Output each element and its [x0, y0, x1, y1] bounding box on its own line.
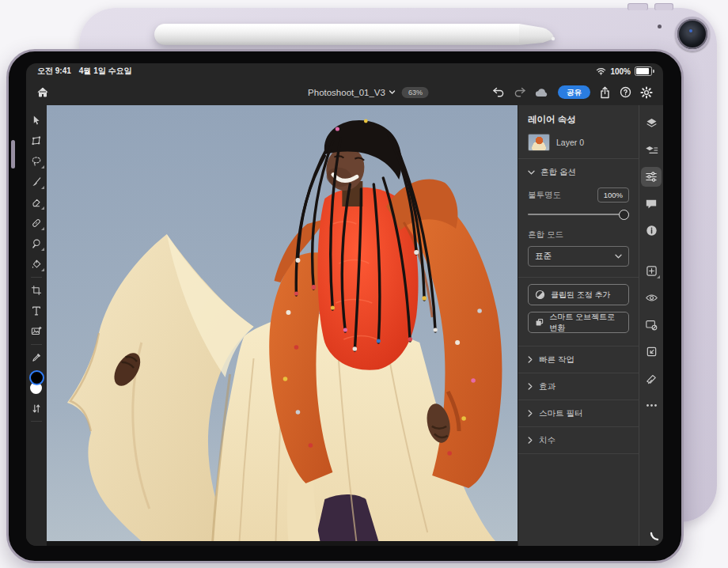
battery-icon — [635, 66, 652, 76]
place-embedded-button[interactable] — [641, 342, 662, 362]
undo-button[interactable] — [492, 87, 505, 98]
share-button[interactable]: 공유 — [558, 85, 590, 99]
section-quick-actions[interactable]: 빠른 작업 — [528, 346, 629, 373]
wifi-icon — [596, 67, 606, 75]
add-clipped-adjustment-button[interactable]: 클립된 조정 추가 — [528, 284, 629, 305]
chevron-right-icon — [528, 437, 533, 444]
section-effects[interactable]: 효과 — [528, 373, 629, 399]
blend-mode-label: 혼합 모드 — [528, 229, 629, 240]
opacity-label: 불투명도 — [528, 190, 561, 201]
tool-bar — [26, 105, 47, 546]
task-bar — [639, 105, 663, 546]
photo-layer — [47, 105, 518, 541]
help-button[interactable] — [620, 86, 631, 98]
healing-brush-tool[interactable] — [27, 213, 46, 233]
slider-knob[interactable] — [619, 210, 629, 220]
chevron-down-icon — [615, 254, 622, 259]
layer-thumbnail — [528, 134, 550, 151]
chevron-right-icon — [528, 410, 533, 417]
export-button[interactable] — [599, 86, 611, 99]
canvas-pasteboard — [47, 541, 518, 546]
cloud-sync-icon[interactable] — [535, 88, 549, 97]
layer-row[interactable]: Layer 0 — [528, 134, 629, 151]
move-tool[interactable] — [27, 110, 46, 131]
layer-properties-button[interactable] — [641, 167, 662, 187]
more-options-button[interactable] — [641, 396, 662, 415]
layer-visibility-button[interactable] — [641, 288, 662, 308]
blend-options-header[interactable]: 혼합 옵션 — [528, 159, 629, 186]
eraser-tool[interactable] — [27, 192, 46, 213]
canvas[interactable] — [47, 105, 518, 546]
layer-detail-view-button[interactable] — [641, 140, 662, 160]
side-button — [11, 140, 15, 169]
clipped-adjustment-icon — [535, 290, 545, 300]
volume-button — [628, 3, 648, 10]
type-tool[interactable] — [27, 301, 46, 321]
scroll-indicator — [650, 532, 659, 541]
section-smart-filters[interactable]: 스마트 필터 — [528, 400, 629, 426]
clip-layer-button[interactable] — [641, 369, 662, 388]
fill-tool[interactable] — [27, 254, 46, 275]
chevron-down-icon — [528, 170, 535, 175]
chevron-right-icon — [528, 356, 533, 363]
opacity-value[interactable]: 100% — [597, 187, 629, 203]
clock: 오전 9:41 — [37, 66, 71, 75]
add-layer-button[interactable] — [641, 261, 662, 281]
foreground-color-swatch[interactable] — [29, 370, 44, 385]
layer-name: Layer 0 — [556, 138, 584, 147]
layers-view-button[interactable] — [641, 113, 662, 133]
panel-title: 레이어 속성 — [528, 114, 629, 126]
date: 4월 1일 수요일 — [79, 66, 132, 75]
app-header: Photoshoot_01_V3 63% 공유 — [26, 79, 663, 105]
volume-button — [654, 3, 673, 10]
eyedropper-tool[interactable] — [27, 347, 46, 368]
swap-colors-tool[interactable] — [27, 398, 46, 418]
document-title[interactable]: Photoshoot_01_V3 — [308, 88, 396, 97]
comments-button[interactable] — [641, 194, 662, 214]
battery-percent: 100% — [610, 67, 631, 76]
zoom-level-badge[interactable]: 63% — [402, 87, 429, 98]
brush-tool[interactable] — [27, 172, 46, 192]
crop-tool[interactable] — [27, 280, 46, 301]
rear-microphone — [658, 25, 662, 28]
settings-gear-icon[interactable] — [640, 86, 653, 99]
convert-smart-object-button[interactable]: 스마트 오브젝트로 변환 — [528, 312, 629, 333]
opacity-slider[interactable] — [528, 207, 629, 222]
chevron-right-icon — [528, 383, 533, 390]
transform-tool[interactable] — [27, 131, 46, 151]
photoshop-app: 오전 9:414월 1일 수요일 100% — [26, 63, 663, 546]
document-info-button[interactable] — [641, 221, 662, 240]
ipad-front-device: 오전 9:414월 1일 수요일 100% — [6, 49, 684, 563]
home-button[interactable] — [36, 86, 49, 98]
color-swatches[interactable] — [27, 369, 46, 396]
marketing-scene: 오전 9:414월 1일 수요일 100% — [0, 0, 728, 568]
lasso-select-tool[interactable] — [27, 151, 46, 172]
smart-object-icon — [535, 317, 544, 328]
clone-stamp-tool[interactable] — [27, 233, 46, 254]
apple-pencil — [154, 24, 554, 45]
chevron-down-icon — [389, 90, 396, 94]
place-photo-tool[interactable] — [27, 321, 46, 342]
status-bar: 오전 9:414월 1일 수요일 100% — [26, 63, 663, 79]
redo-button[interactable] — [514, 87, 526, 98]
blend-mode-select[interactable]: 표준 — [528, 246, 629, 267]
layer-properties-panel: 레이어 속성 Layer 0 혼합 옵션 불투명도 100% — [518, 105, 639, 546]
layer-mask-button[interactable] — [641, 315, 662, 335]
rear-camera — [675, 17, 710, 51]
section-dimensions[interactable]: 치수 — [528, 427, 629, 453]
